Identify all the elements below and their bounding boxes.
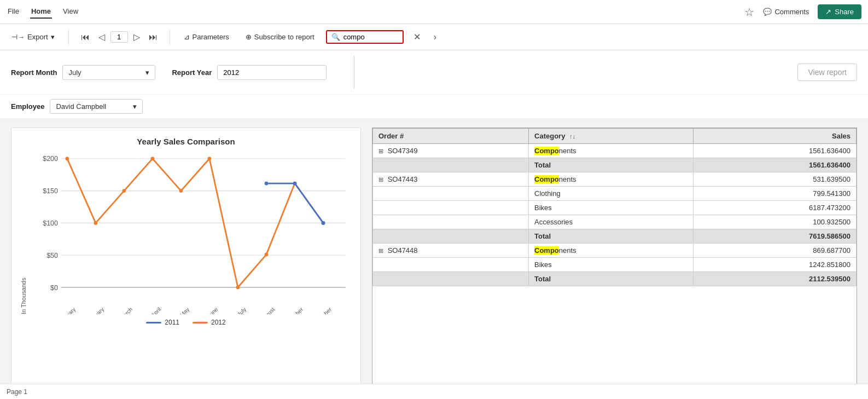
table-row: Bikes 6187.473200 <box>373 201 857 215</box>
category-accessories: Accessories <box>529 215 694 229</box>
total-row-so47443: Total 7619.586500 <box>373 229 857 244</box>
table-row: Accessories 100.932500 <box>373 215 857 229</box>
category-components-1: Components <box>529 144 694 158</box>
svg-point-26 <box>208 157 212 160</box>
svg-point-25 <box>179 189 183 193</box>
menu-view[interactable]: View <box>62 5 79 19</box>
legend-label-2012: 2012 <box>211 319 226 326</box>
svg-point-28 <box>265 253 269 257</box>
expand-icon-3[interactable]: ⊞ <box>378 247 383 254</box>
top-menu-bar: File Home View ☆ 💬 Comments ↗ Share <box>0 0 868 24</box>
search-close-button[interactable]: ✕ <box>410 31 424 43</box>
params-row-2: Employee David Campbell ▾ <box>0 95 868 119</box>
filter-icon: ⊿ <box>184 33 190 41</box>
menu-home[interactable]: Home <box>30 5 52 19</box>
order-so47443: ⊞ SO47443 <box>373 172 529 187</box>
params-row-1: Report Month July ▾ Report Year View rep… <box>0 50 868 95</box>
employee-group: Employee David Campbell ▾ <box>11 99 143 114</box>
category-bikes-1: Bikes <box>529 201 694 215</box>
total-row-so47448: Total 2112.539500 <box>373 272 857 286</box>
search-input[interactable] <box>343 33 398 41</box>
sales-table-container: Order # Category ↑↓ Sales ⊞ SO47349 <box>372 128 857 389</box>
last-page-button[interactable]: ⏭ <box>145 31 161 43</box>
menu-file[interactable]: File <box>7 5 20 19</box>
separator-2 <box>170 30 170 45</box>
expand-icon-2[interactable]: ⊞ <box>378 176 383 183</box>
category-bikes-2: Bikes <box>529 258 694 272</box>
search-icon: 🔍 <box>331 33 340 41</box>
chart-legend: 2011 2012 <box>20 319 352 326</box>
view-report-button[interactable]: View report <box>797 63 857 81</box>
report-year-label: Report Year <box>172 68 212 77</box>
highlight-span-2: Compo <box>534 175 559 183</box>
comments-button[interactable]: 💬 Comments <box>763 8 809 16</box>
y-axis-label: In Thousands <box>20 152 27 314</box>
search-box[interactable]: 🔍 <box>326 30 404 44</box>
chart-container: Yearly Sales Comparison In Thousands $20… <box>11 128 361 389</box>
export-dropdown-icon: ▾ <box>51 33 55 41</box>
svg-text:June: June <box>206 306 219 314</box>
chevron-down-icon: ▾ <box>145 68 149 77</box>
search-next-button[interactable]: › <box>430 31 440 43</box>
page-number-input[interactable] <box>110 31 128 43</box>
svg-text:$0: $0 <box>50 284 58 292</box>
legend-line-2012 <box>193 322 208 323</box>
menu-items: File Home View <box>7 5 79 19</box>
sales-bikes-1: 6187.473200 <box>693 201 856 215</box>
category-components-2: Components <box>529 172 694 187</box>
legend-2012: 2012 <box>193 319 226 326</box>
total-row-so47349: Total 1561.636400 <box>373 158 857 172</box>
sales-table: Order # Category ↑↓ Sales ⊞ SO47349 <box>372 128 857 286</box>
sales-so47349: 1561.636400 <box>693 144 856 158</box>
highlight-span: Compo <box>534 147 559 155</box>
favorite-button[interactable]: ☆ <box>744 5 754 19</box>
page-status: Page 1 <box>7 388 27 396</box>
total-value-2: 7619.586500 <box>693 229 856 244</box>
subscribe-button[interactable]: ⊕ Subscribe to report <box>241 30 319 44</box>
export-icon: ⊣→ <box>11 33 25 41</box>
table-row: ⊞ SO47443 Components 531.639500 <box>373 172 857 187</box>
svg-text:January: January <box>59 306 77 314</box>
legend-line-2011 <box>146 322 161 323</box>
svg-text:May: May <box>179 306 191 314</box>
separator-1 <box>68 30 69 45</box>
next-page-button[interactable]: ▷ <box>130 31 143 43</box>
sales-components-2: 531.639500 <box>693 172 856 187</box>
sales-clothing: 799.541300 <box>693 187 856 201</box>
sales-bikes-2: 1242.851800 <box>693 258 856 272</box>
sort-icon[interactable]: ↑↓ <box>569 133 575 140</box>
col-sales: Sales <box>693 129 856 144</box>
col-category[interactable]: Category ↑↓ <box>529 129 694 144</box>
share-button[interactable]: ↗ Share <box>818 4 861 19</box>
chevron-down-icon-2: ▾ <box>133 102 137 111</box>
svg-text:October: October <box>286 306 305 314</box>
report-year-input[interactable] <box>217 65 327 80</box>
status-bar: Page 1 <box>0 384 868 399</box>
category-components-3: Components <box>529 244 694 258</box>
comment-icon: 💬 <box>763 8 772 16</box>
first-page-button[interactable]: ⏮ <box>78 31 93 43</box>
svg-point-32 <box>293 182 297 186</box>
report-toolbar: ⊣→ Export ▾ ⏮ ◁ ▷ ⏭ ⊿ Parameters ⊕ Subsc… <box>0 24 868 50</box>
export-button[interactable]: ⊣→ Export ▾ <box>7 30 60 44</box>
parameters-button[interactable]: ⊿ Parameters <box>179 30 234 44</box>
expand-icon[interactable]: ⊞ <box>378 148 383 154</box>
employee-select[interactable]: David Campbell ▾ <box>50 99 143 114</box>
svg-text:$200: $200 <box>43 155 58 163</box>
legend-2011: 2011 <box>146 319 179 326</box>
svg-text:$50: $50 <box>46 252 58 259</box>
svg-text:February: February <box>85 306 106 314</box>
chart-title: Yearly Sales Comparison <box>20 137 352 146</box>
highlight-span-3: Compo <box>534 246 559 255</box>
prev-page-button[interactable]: ◁ <box>95 31 108 43</box>
report-month-select[interactable]: July ▾ <box>62 65 155 80</box>
order-so47448: ⊞ SO47448 <box>373 244 529 258</box>
total-value-3: 2112.539500 <box>693 272 856 286</box>
top-right-actions: ☆ 💬 Comments ↗ Share <box>744 4 861 19</box>
svg-text:December: December <box>310 306 333 314</box>
total-label-1: Total <box>529 158 694 172</box>
svg-text:August: August <box>259 306 276 314</box>
legend-label-2011: 2011 <box>165 319 179 326</box>
total-label-3: Total <box>529 272 694 286</box>
svg-point-24 <box>151 157 155 160</box>
